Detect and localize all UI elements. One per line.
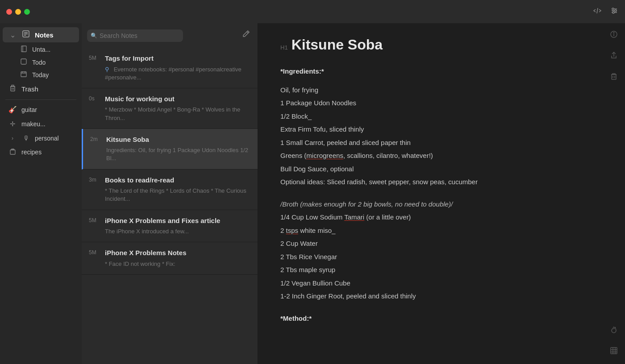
notebook-icon: [20, 46, 28, 54]
note-item[interactable]: 5M iPhone X Problems and Fixes article T…: [82, 210, 258, 243]
note-list-header: [82, 23, 258, 48]
sidebar-item-untitled[interactable]: Unta...: [14, 43, 79, 56]
ingredient-line: Greens (microgreens, scallions, cilantro…: [280, 150, 603, 161]
note-icon: ⚲: [105, 66, 109, 73]
sidebar-item-makeup[interactable]: ✛ makeu...: [3, 117, 79, 131]
note-title: Tags for Import: [105, 54, 154, 63]
ingredient-line: Optional ideas: Sliced radish, sweet pep…: [280, 176, 603, 188]
main-layout: ⌄ Notes Unta...: [0, 23, 625, 364]
broth-line: 2 Tbs maple syrup: [280, 264, 603, 276]
recipes-icon: [8, 148, 17, 156]
method-label: *Method:*: [280, 314, 312, 322]
info-icon[interactable]: [610, 30, 618, 41]
greens-rest: , scallions, cilantro, whatever!): [343, 152, 433, 159]
note-time: 5M: [89, 54, 101, 61]
note-time: 0s: [89, 95, 101, 102]
search-input[interactable]: [87, 29, 183, 42]
note-title-display[interactable]: Kitsune Soba: [292, 37, 383, 53]
trash-label: Trash: [21, 85, 38, 93]
note-title: iPhone X Problems and Fixes article: [105, 216, 220, 225]
svg-point-4: [612, 8, 614, 10]
untitled-label: Unta...: [32, 46, 50, 53]
note-item-header: 5M iPhone X Problems and Fixes article: [89, 216, 250, 225]
note-preview: * Merzbow * Morbid Angel * Bong-Ra * Wol…: [89, 106, 250, 122]
compose-button[interactable]: [239, 28, 252, 43]
flame-icon[interactable]: [610, 326, 618, 336]
personal-icon: 🎙: [21, 134, 30, 142]
svg-rect-21: [10, 150, 15, 154]
code-icon[interactable]: [593, 6, 602, 17]
sidebar-item-todo[interactable]: Todo: [14, 56, 79, 68]
note-item-header: 0s Music for working out: [89, 95, 250, 103]
note-editor[interactable]: H1 Kitsune Soba *Ingredients:* Oil, for …: [258, 23, 625, 364]
settings-icon[interactable]: [610, 6, 619, 17]
titlebar-icons: [593, 6, 619, 17]
broth-text-1: 1/4 Cup Low Sodium: [280, 213, 344, 221]
delete-icon[interactable]: [610, 72, 618, 83]
note-time: 5M: [89, 216, 101, 223]
note-time: 2m: [90, 135, 103, 142]
note-list-panel: 5M Tags for Import ⚲ Evernote notebooks:…: [82, 23, 258, 364]
ingredients-heading: *Ingredients:*: [280, 66, 603, 77]
ingredient-line: Bull Dog Sauce, optional: [280, 163, 603, 175]
broth-label: /Broth (makes enough for 2 big bowls, no…: [280, 200, 453, 208]
note-title: iPhone X Problems Notes: [105, 248, 187, 257]
note-item-header: 5M iPhone X Problems Notes: [89, 248, 250, 257]
note-item[interactable]: 0s Music for working out * Merzbow * Mor…: [82, 88, 258, 129]
svg-rect-14: [21, 72, 26, 77]
sidebar-item-personal[interactable]: › 🎙 personal: [3, 132, 79, 145]
sidebar-item-trash[interactable]: Trash: [3, 82, 79, 96]
sidebar-item-notes[interactable]: ⌄ Notes: [3, 27, 79, 42]
svg-rect-18: [11, 87, 15, 91]
note-item[interactable]: 3m Books to read/re-read * The Lord of t…: [82, 170, 258, 210]
note-item[interactable]: 5M Tags for Import ⚲ Evernote notebooks:…: [82, 48, 258, 88]
ingredient-line: Extra Firm Tofu, sliced thinly: [280, 124, 603, 135]
svg-rect-13: [21, 59, 26, 64]
note-time: 3m: [89, 176, 101, 183]
note-preview: ⚲ Evernote notebooks: #personal #persona…: [89, 66, 250, 82]
note-title: Books to read/re-read: [105, 176, 174, 185]
share-icon[interactable]: [610, 51, 618, 62]
miso-text: white miso_: [298, 227, 335, 234]
todo-label: Todo: [32, 59, 46, 66]
sidebar-item-today[interactable]: Today: [14, 69, 79, 81]
note-list: 5M Tags for Import ⚲ Evernote notebooks:…: [82, 48, 258, 364]
broth-heading: /Broth (makes enough for 2 big bowls, no…: [280, 199, 603, 210]
sidebar: ⌄ Notes Unta...: [0, 23, 82, 364]
broth-line: 2 Cup Water: [280, 238, 603, 249]
minimize-button[interactable]: [15, 9, 21, 15]
search-wrapper: [87, 29, 234, 42]
makeup-icon: ✛: [8, 120, 17, 128]
svg-rect-11: [21, 46, 26, 52]
sidebar-sub-items: Unta... Todo: [0, 43, 82, 81]
note-item-header: 2m Kitsune Soba: [90, 135, 250, 144]
broth-line: 2 tsps white miso_: [280, 225, 603, 236]
note-title: Kitsune Soba: [106, 135, 149, 144]
svg-point-25: [613, 33, 614, 33]
maximize-button[interactable]: [24, 9, 30, 15]
ingredient-line: Oil, for frying: [280, 84, 603, 96]
svg-rect-29: [611, 347, 617, 354]
note-preview: The iPhone X introduced a few...: [89, 228, 250, 236]
today-label: Today: [32, 71, 49, 79]
note-item-active[interactable]: 2m Kitsune Soba Ingredients: Oil, for fr…: [82, 129, 258, 170]
note-preview: Ingredients: Oil, for frying 1 Package U…: [90, 146, 250, 162]
broth-line: 1/2 Vegan Bullion Cube: [280, 277, 603, 289]
broth-line: 1-2 Inch Ginger Root, peeled and sliced …: [280, 290, 603, 302]
bottom-toolbar: [610, 326, 618, 357]
sidebar-item-guitar[interactable]: 🎸 guitar: [3, 103, 79, 116]
checkbox-icon: [20, 58, 28, 66]
ingredient-line: 1 Small Carrot, peeled and sliced paper …: [280, 137, 603, 149]
broth-text-2: (or a little over): [364, 213, 411, 221]
svg-line-22: [247, 32, 248, 33]
calendar-icon: [20, 71, 28, 79]
close-button[interactable]: [6, 9, 12, 15]
table-icon[interactable]: [610, 347, 618, 357]
traffic-lights: [6, 9, 30, 15]
trash-icon: [8, 84, 17, 94]
note-preview: * Face ID not working * Fix:: [89, 260, 250, 268]
sidebar-item-recipes[interactable]: recipes: [3, 145, 79, 159]
note-content[interactable]: *Ingredients:* Oil, for frying 1 Package…: [280, 66, 603, 324]
note-item[interactable]: 5M iPhone X Problems Notes * Face ID not…: [82, 242, 258, 275]
sidebar-divider: [5, 99, 76, 100]
